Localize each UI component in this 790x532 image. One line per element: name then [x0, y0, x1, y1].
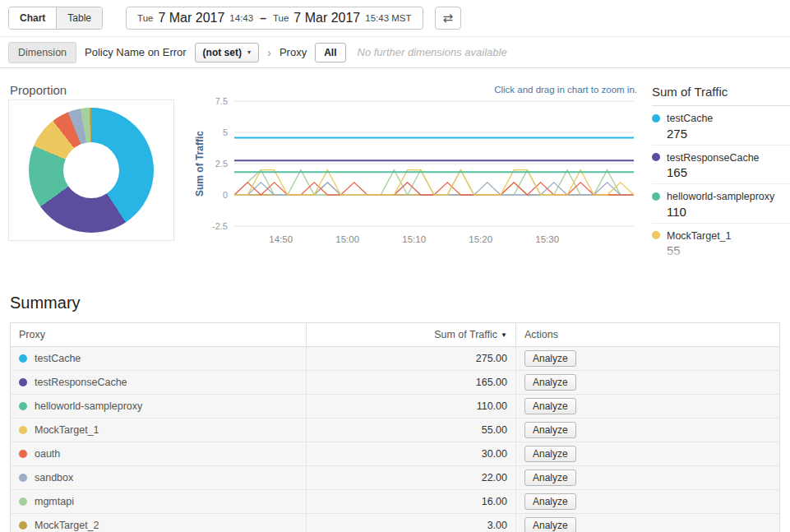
legend-item-value: 110 [667, 205, 790, 219]
top-toolbar: ChartTable Tue 7 Mar 2017 14:43 – Tue 7 … [0, 0, 790, 36]
legend-item-name: helloworld-sampleproxy [667, 191, 774, 202]
series-color-dot [19, 354, 27, 363]
refresh-icon: ⇄ [443, 11, 454, 25]
summary-rows: testCache275.00AnalyzetestResponseCache1… [11, 347, 780, 532]
policy-value-dropdown[interactable]: (not set) ▾ [195, 43, 259, 62]
legend-item[interactable]: testCache275 [652, 106, 790, 146]
dimension-bar: Dimension Policy Name on Error (not set)… [0, 36, 790, 68]
proxy-all-button[interactable]: All [315, 43, 345, 62]
start-date: 7 Mar 2017 [158, 11, 224, 25]
proxy-name: testResponseCache [35, 377, 127, 388]
table-row: sandbox22.00Analyze [11, 466, 780, 490]
col-header-actions: Actions [516, 323, 780, 347]
x-tick-label: 15:20 [469, 234, 492, 244]
series-color-dot [19, 426, 27, 434]
date-range-picker[interactable]: Tue 7 Mar 2017 14:43 – Tue 7 Mar 2017 15… [126, 7, 423, 30]
traffic-value-cell: 165.00 [307, 371, 516, 395]
actions-cell: Analyze [516, 395, 780, 419]
donut-chart[interactable] [29, 108, 154, 233]
series-color-dot [652, 153, 660, 161]
legend-item-name: testCache [667, 113, 713, 124]
y-tick-label: 7.5 [215, 96, 228, 106]
table-row: testCache275.00Analyze [11, 347, 780, 371]
line-chart-svg[interactable]: 7.552.50-2.514:5015:0015:1015:2015:30Sum… [192, 95, 642, 256]
y-tick-label: -2.5 [212, 221, 228, 231]
proxy-cell: oauth [11, 442, 307, 466]
proxy-name: MockTarget_1 [35, 424, 99, 436]
legend-item[interactable]: MockTarget_155 [652, 224, 790, 263]
dimensions-hint: No further dimensions available [358, 46, 507, 58]
end-day: Tue [273, 13, 289, 23]
view-toggle: ChartTable [8, 7, 103, 30]
x-tick-label: 15:30 [535, 234, 559, 244]
proxy-name: MockTarget_2 [35, 520, 99, 531]
traffic-value-cell: 110.00 [307, 395, 516, 419]
table-header-row: Proxy Sum of Traffic▼ Actions [11, 323, 780, 347]
sort-desc-icon: ▼ [501, 331, 507, 339]
table-row: oauth30.00Analyze [11, 442, 780, 466]
date-range-separator: – [258, 12, 268, 25]
series-color-dot [652, 192, 660, 201]
proxy-name: oauth [35, 448, 60, 460]
traffic-value-cell: 30.00 [307, 442, 516, 466]
legend-item-name: testResponseCache [667, 151, 760, 163]
x-tick-label: 15:00 [335, 234, 359, 244]
analyze-button[interactable]: Analyze [524, 398, 576, 414]
analyze-button[interactable]: Analyze [524, 493, 576, 510]
dimension-chip: Dimension [8, 42, 76, 63]
table-row: MockTarget_23.00Analyze [11, 514, 780, 532]
analyze-button[interactable]: Analyze [524, 374, 576, 391]
tab-table[interactable]: Table [56, 7, 102, 29]
summary-title: Summary [10, 294, 780, 312]
legend-item[interactable]: helloworld-sampleproxy110 [652, 184, 790, 224]
col-header-proxy[interactable]: Proxy [11, 323, 307, 347]
series-color-dot [19, 402, 27, 410]
proxy-name: testCache [35, 353, 81, 364]
y-tick-label: 5 [223, 127, 228, 137]
refresh-button[interactable]: ⇄ [435, 7, 462, 30]
proxy-cell: sandbox [11, 466, 307, 490]
proxy-name: helloworld-sampleproxy [35, 400, 142, 412]
analyze-button[interactable]: Analyze [524, 350, 576, 367]
summary-table: Proxy Sum of Traffic▼ Actions testCache2… [10, 322, 780, 532]
series-color-dot [19, 378, 27, 386]
x-tick-label: 15:10 [402, 234, 426, 244]
analyze-button[interactable]: Analyze [524, 446, 576, 462]
legend-title: Sum of Traffic [652, 85, 790, 106]
col-header-traffic[interactable]: Sum of Traffic▼ [307, 323, 516, 347]
policy-name-label: Policy Name on Error [85, 46, 187, 58]
analyze-button[interactable]: Analyze [524, 517, 576, 532]
end-time: 15:43 MST [365, 13, 411, 23]
series-color-dot [652, 231, 660, 239]
series-line-oauth [234, 183, 634, 195]
y-tick-label: 2.5 [215, 159, 228, 169]
series-color-dot [19, 521, 27, 530]
table-row: mgmtapi16.00Analyze [11, 490, 780, 514]
legend-items: testCache275testResponseCache165hellowor… [652, 106, 790, 262]
proxy-label: Proxy [280, 46, 307, 58]
analyze-button[interactable]: Analyze [524, 470, 576, 486]
tab-chart[interactable]: Chart [9, 7, 56, 29]
legend-item[interactable]: testResponseCache165 [652, 146, 790, 185]
analyze-button[interactable]: Analyze [524, 422, 576, 438]
table-row: MockTarget_155.00Analyze [11, 419, 780, 442]
proxy-name: sandbox [35, 472, 73, 483]
proportion-title: Proportion [10, 83, 67, 97]
proxy-name: mgmtapi [35, 496, 74, 507]
col-header-traffic-label: Sum of Traffic [434, 329, 497, 340]
actions-cell: Analyze [516, 371, 780, 395]
legend-panel: Sum of Traffic testCache275testResponseC… [652, 85, 790, 262]
analytics-dashboard: ChartTable Tue 7 Mar 2017 14:43 – Tue 7 … [0, 0, 790, 532]
proportion-chart-card [8, 99, 174, 241]
end-date: 7 Mar 2017 [293, 11, 360, 25]
proxy-cell: MockTarget_1 [11, 419, 307, 442]
legend-item-value: 165 [667, 165, 790, 179]
x-tick-label: 14:50 [269, 234, 293, 244]
policy-value: (not set) [203, 47, 242, 58]
series-color-dot [19, 474, 27, 482]
proxy-cell: helloworld-sampleproxy [11, 395, 307, 419]
actions-cell: Analyze [516, 466, 780, 490]
traffic-value-cell: 55.00 [307, 419, 516, 442]
series-color-dot [652, 114, 660, 123]
series-color-dot [19, 497, 27, 506]
